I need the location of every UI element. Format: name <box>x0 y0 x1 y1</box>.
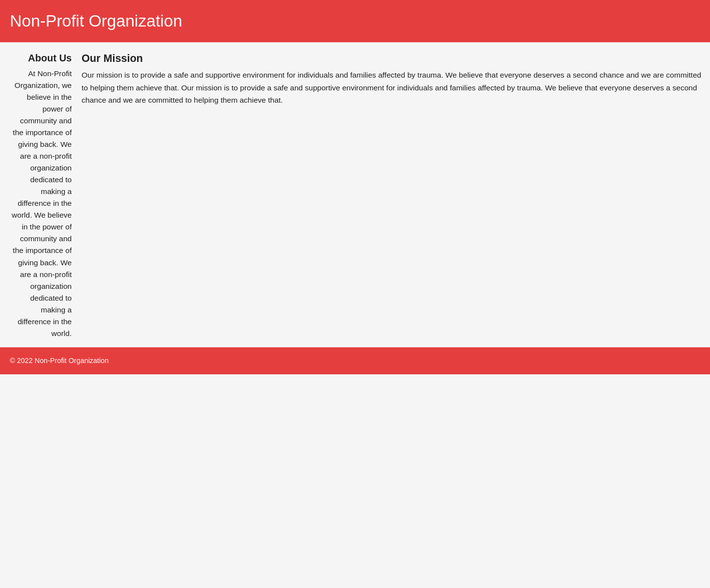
sidebar-heading: About Us <box>8 50 72 66</box>
footer-text: © 2022 Non-Profit Organization <box>10 355 700 366</box>
sidebar: About Us At Non-Profit Organization, we … <box>8 50 72 339</box>
content-area: About Us At Non-Profit Organization, we … <box>0 42 710 347</box>
site-header: Non-Profit Organization <box>0 0 710 42</box>
sidebar-text: At Non-Profit Organization, we believe i… <box>8 68 72 339</box>
site-footer: © 2022 Non-Profit Organization <box>0 347 710 374</box>
site-title: Non-Profit Organization <box>10 8 700 34</box>
main-heading: Our Mission <box>82 50 702 67</box>
main-content: Our Mission Our mission is to provide a … <box>82 50 702 339</box>
main-text: Our mission is to provide a safe and sup… <box>82 69 702 107</box>
